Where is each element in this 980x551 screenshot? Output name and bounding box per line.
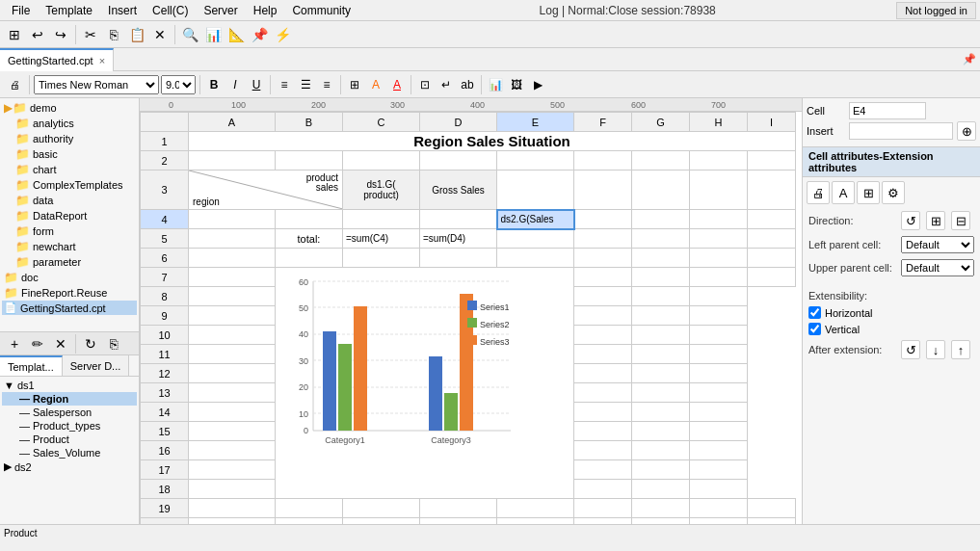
direction-btn-1[interactable]: ↺	[901, 211, 920, 230]
cell-H2[interactable]	[690, 151, 748, 171]
cell-G11[interactable]	[574, 345, 632, 364]
cell-H19[interactable]	[690, 499, 748, 518]
cell-B4[interactable]	[276, 210, 343, 229]
font-family-select[interactable]: Times New Roman	[34, 75, 159, 94]
cell-A2[interactable]	[189, 151, 276, 171]
ds-item-product-types[interactable]: — Product_types	[2, 419, 137, 433]
ds-copy-btn[interactable]: ⎘	[103, 333, 124, 354]
menu-cell[interactable]: Cell(C)	[145, 2, 196, 19]
tab-server[interactable]: Server D...	[63, 355, 130, 376]
col-header-B[interactable]: B	[276, 113, 343, 132]
cell-I11[interactable]	[690, 345, 748, 364]
ds-item-region[interactable]: — Region	[2, 392, 137, 406]
cell-C5[interactable]: =sum(C4)	[343, 229, 420, 249]
cell-I4[interactable]	[748, 210, 796, 229]
cell-H20[interactable]	[690, 518, 748, 525]
cell-I3[interactable]	[748, 171, 796, 210]
tab-getting-started[interactable]: GettingStarted.cpt ×	[0, 48, 114, 71]
cell-G2[interactable]	[632, 151, 690, 171]
cell-E5[interactable]	[497, 229, 574, 249]
cell-I17[interactable]	[690, 460, 748, 480]
cell-I20[interactable]	[748, 518, 796, 525]
cell-F3[interactable]	[574, 171, 632, 210]
cell-D19[interactable]	[420, 499, 497, 518]
merge-btn[interactable]: ⊡	[415, 75, 435, 94]
cell-E4[interactable]: ds2.G(Sales	[497, 210, 574, 229]
cell-I2[interactable]	[748, 151, 796, 171]
tree-item-demo[interactable]: ▶📁 demo	[2, 100, 137, 116]
cell-D6[interactable]	[420, 249, 497, 268]
menu-server[interactable]: Server	[196, 2, 245, 19]
cell-F9[interactable]	[189, 306, 276, 326]
cell-C2[interactable]	[343, 151, 420, 171]
direction-btn-2[interactable]: ⊞	[926, 211, 945, 230]
tree-item-doc[interactable]: 📁 doc	[2, 270, 137, 285]
cell-A3[interactable]: product sales region	[189, 171, 343, 210]
cell-D5[interactable]: =sum(D4)	[420, 229, 497, 249]
format-btn[interactable]: ab	[458, 75, 477, 94]
more-btn[interactable]: ▶	[528, 75, 547, 94]
cell-F17[interactable]	[189, 460, 276, 480]
cell-F16[interactable]	[189, 441, 276, 460]
ds-item-ds2[interactable]: ▶ ds2	[2, 459, 137, 474]
font-size-select[interactable]: 9.0	[161, 75, 196, 94]
tb-btn-6[interactable]: 📊	[202, 24, 224, 45]
ds-refresh-btn[interactable]: ↻	[80, 333, 101, 354]
col-header-F[interactable]: F	[574, 113, 632, 132]
tb-btn-5[interactable]: 🔍	[179, 24, 200, 45]
cell-I14[interactable]	[690, 403, 748, 422]
insert-add-btn[interactable]: ⊕	[957, 121, 976, 141]
tab-close-button[interactable]: ×	[99, 55, 105, 66]
cell-I6[interactable]	[748, 249, 796, 268]
cell-H3[interactable]	[690, 171, 748, 210]
cell-D20[interactable]	[420, 518, 497, 525]
cell-G3[interactable]	[632, 171, 690, 210]
cell-G8[interactable]	[574, 287, 632, 306]
tab-template[interactable]: Templat...	[0, 355, 63, 376]
cell-I15[interactable]	[690, 422, 748, 441]
cell-F2[interactable]	[574, 151, 632, 171]
menu-file[interactable]: File	[4, 2, 38, 19]
tree-item-chart[interactable]: 📁 chart	[2, 162, 137, 177]
menu-community[interactable]: Community	[284, 2, 358, 19]
cell-B6[interactable]	[276, 249, 343, 268]
cell-G12[interactable]	[574, 364, 632, 383]
cell-F6[interactable]	[574, 249, 632, 268]
cell-C20[interactable]	[343, 518, 420, 525]
cell-H8[interactable]	[632, 287, 690, 306]
cell-F14[interactable]	[189, 403, 276, 422]
cell-H9[interactable]	[632, 306, 690, 326]
cell-H14[interactable]	[632, 403, 690, 422]
col-header-I[interactable]: I	[748, 113, 796, 132]
cell-I18[interactable]	[690, 480, 748, 499]
cell-H7[interactable]	[690, 268, 748, 287]
tree-item-gettingstarted[interactable]: 📄 GettingStarted.cpt	[2, 301, 137, 315]
cell-H4[interactable]	[690, 210, 748, 229]
cell-B20[interactable]	[276, 518, 343, 525]
cell-A5[interactable]	[189, 229, 276, 249]
cell-I7[interactable]	[748, 268, 796, 287]
cell-C4[interactable]	[343, 210, 420, 229]
wrap-btn[interactable]: ↵	[437, 75, 456, 94]
cell-I13[interactable]	[690, 383, 748, 403]
cell-F19[interactable]	[574, 499, 632, 518]
insert-chart-btn[interactable]: 📊	[486, 75, 505, 94]
attr-icon-3[interactable]: ⊞	[857, 181, 880, 204]
cell-I16[interactable]	[690, 441, 748, 460]
ds-edit-btn[interactable]: ✏	[27, 333, 48, 354]
cell-H10[interactable]	[632, 326, 690, 345]
cell-G5[interactable]	[632, 229, 690, 249]
cell-I5[interactable]	[748, 229, 796, 249]
ds-item-sales-volume[interactable]: — Sales_Volume	[2, 446, 137, 459]
paste-button[interactable]: 📋	[126, 24, 147, 45]
cell-E6[interactable]	[497, 249, 574, 268]
cell-G17[interactable]	[574, 460, 632, 480]
cell-C19[interactable]	[343, 499, 420, 518]
left-parent-select[interactable]: Default	[901, 236, 974, 253]
redo-button[interactable]: ↪	[50, 24, 71, 45]
vertical-checkbox[interactable]	[808, 323, 821, 335]
fmt-tb1[interactable]: 🖨	[4, 74, 25, 95]
cell-A1[interactable]: Region Sales Situation	[189, 132, 796, 151]
tree-item-basic[interactable]: 📁 basic	[2, 146, 137, 162]
cell-G14[interactable]	[574, 403, 632, 422]
